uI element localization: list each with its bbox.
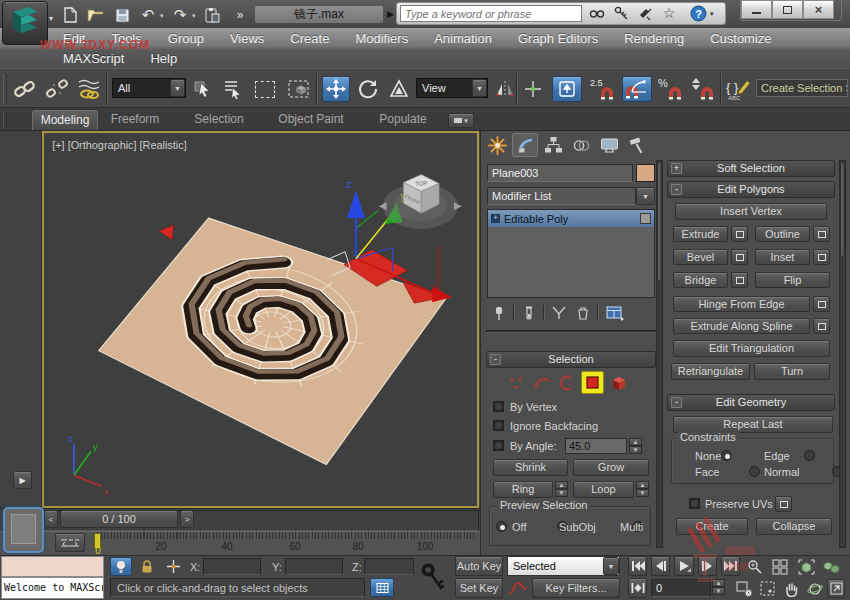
redo-button[interactable]: ↷ bbox=[168, 5, 192, 25]
rollout-selection-header[interactable]: - Selection bbox=[486, 351, 656, 368]
insert-vertex-button[interactable]: Insert Vertex bbox=[675, 203, 827, 220]
by-vertex-checkbox[interactable] bbox=[493, 401, 504, 412]
inset-button[interactable]: Inset bbox=[755, 249, 810, 265]
set-key-button[interactable]: Set Key bbox=[455, 578, 503, 598]
mirror-icon[interactable] bbox=[492, 76, 518, 102]
zoom-all-icon[interactable] bbox=[770, 557, 790, 576]
object-color-swatch[interactable] bbox=[636, 164, 655, 182]
menu-create[interactable]: Create bbox=[277, 31, 342, 46]
modifier-list-dropdown[interactable]: Modifier List bbox=[487, 187, 636, 205]
menu-modifiers[interactable]: Modifiers bbox=[342, 31, 421, 46]
configure-modifier-sets-icon[interactable] bbox=[603, 303, 627, 323]
selection-filter-arrow-icon[interactable]: ▼ bbox=[170, 79, 185, 97]
modifier-stack[interactable]: + Editable Poly bbox=[487, 209, 655, 298]
grow-button[interactable]: Grow bbox=[573, 459, 649, 476]
selection-filter-dropdown[interactable]: All ▼ bbox=[112, 78, 186, 98]
ribbon-tab-selection[interactable]: Selection bbox=[188, 110, 250, 130]
bevel-button[interactable]: Bevel bbox=[673, 249, 728, 265]
show-end-result-icon[interactable] bbox=[519, 303, 539, 323]
search-icon[interactable] bbox=[586, 5, 608, 22]
rollout-edit-geometry-state-icon[interactable]: - bbox=[671, 397, 682, 408]
coordsys-arrow-icon[interactable]: ▼ bbox=[472, 79, 487, 97]
communication-center-icon[interactable] bbox=[634, 5, 656, 22]
current-frame-field[interactable]: 0 bbox=[651, 579, 711, 597]
make-unique-icon[interactable] bbox=[549, 303, 569, 323]
viewcube-top-label[interactable]: TOP bbox=[415, 180, 428, 187]
paste-button[interactable] bbox=[200, 5, 224, 25]
window-crossing-toggle-icon[interactable] bbox=[286, 76, 312, 102]
rollout-selection-state-icon[interactable]: - bbox=[490, 354, 501, 365]
retriangulate-button[interactable]: Retriangulate bbox=[671, 363, 750, 380]
loop-button[interactable]: Loop bbox=[573, 481, 634, 498]
preserve-uvs-checkbox[interactable] bbox=[689, 498, 700, 509]
ribbon-tab-freeform[interactable]: Freeform bbox=[104, 110, 166, 130]
previous-frame-button[interactable] bbox=[651, 556, 670, 576]
edit-named-selection-sets-icon[interactable]: { }ABC bbox=[724, 76, 752, 102]
menu-rendering[interactable]: Rendering bbox=[611, 31, 697, 46]
turn-button[interactable]: Turn bbox=[754, 363, 830, 380]
new-file-button[interactable] bbox=[58, 5, 82, 25]
spinner-snap-icon[interactable] bbox=[690, 76, 718, 102]
snap-25-icon[interactable]: 2.5 bbox=[588, 76, 618, 102]
selection-lock-toggle[interactable] bbox=[136, 557, 158, 576]
adaptive-degradation-toggle[interactable] bbox=[370, 578, 394, 597]
time-slider-next-button[interactable]: > bbox=[180, 510, 194, 528]
orbit-icon[interactable] bbox=[805, 579, 824, 598]
restore-button[interactable] bbox=[772, 0, 803, 19]
ribbon-tab-populate[interactable]: Populate bbox=[372, 110, 434, 130]
viewport-layout-tab[interactable] bbox=[3, 507, 44, 553]
edit-triangulation-button[interactable]: Edit Triangulation bbox=[673, 340, 830, 357]
rollout-edit-geometry-header[interactable]: - Edit Geometry bbox=[667, 394, 835, 411]
percent-snap-icon[interactable]: % bbox=[656, 76, 686, 102]
rollout-edit-polygons-header[interactable]: - Edit Polygons bbox=[667, 181, 835, 198]
select-and-move-button[interactable] bbox=[322, 76, 350, 102]
object-name-field[interactable]: Plane003 bbox=[487, 164, 633, 182]
next-frame-button[interactable] bbox=[698, 556, 717, 576]
modifier-list-arrow-icon[interactable]: ▼ bbox=[636, 187, 655, 205]
title-flyout-icon[interactable]: ▶ bbox=[387, 9, 394, 19]
collapse-button[interactable]: Collapse bbox=[756, 518, 832, 535]
auto-key-button[interactable]: Auto Key bbox=[455, 556, 503, 576]
tab-modify-icon[interactable] bbox=[512, 133, 538, 157]
by-angle-field[interactable]: 45.0 bbox=[565, 438, 627, 454]
unlink-selection-icon[interactable] bbox=[44, 76, 70, 102]
tab-utilities-icon[interactable] bbox=[624, 133, 650, 157]
outline-settings-button[interactable] bbox=[813, 226, 830, 242]
menu-animation[interactable]: Animation bbox=[421, 31, 505, 46]
pin-stack-icon[interactable] bbox=[489, 303, 509, 323]
zoom-region-icon[interactable] bbox=[733, 579, 755, 598]
rectangular-selection-region-icon[interactable] bbox=[252, 76, 278, 102]
menu-graph-editors[interactable]: Graph Editors bbox=[505, 31, 611, 46]
keyboard-shortcut-override-button[interactable] bbox=[552, 76, 582, 102]
bevel-settings-button[interactable] bbox=[731, 249, 748, 265]
menu-views[interactable]: Views bbox=[217, 31, 277, 46]
tab-display-icon[interactable] bbox=[596, 133, 622, 157]
zoom-icon[interactable] bbox=[745, 557, 765, 576]
menu-help[interactable]: Help bbox=[137, 51, 190, 66]
time-slider-prev-button[interactable]: < bbox=[44, 510, 58, 528]
set-key-mode-key-icon[interactable] bbox=[418, 558, 450, 598]
outline-button[interactable]: Outline bbox=[755, 226, 810, 242]
key-mode-toggle-button[interactable] bbox=[628, 578, 647, 598]
key-icon[interactable] bbox=[610, 5, 632, 22]
panel-scrollbar-left[interactable] bbox=[656, 160, 663, 548]
frame-spinner[interactable]: ▲▼ bbox=[712, 579, 725, 595]
inset-settings-button[interactable] bbox=[813, 249, 830, 265]
minimize-button[interactable] bbox=[741, 0, 772, 19]
bind-to-space-warp-icon[interactable] bbox=[76, 76, 102, 102]
zoom-extents-icon[interactable] bbox=[795, 557, 817, 576]
bridge-button[interactable]: Bridge bbox=[673, 272, 728, 288]
menu-maxscript[interactable]: MAXScript bbox=[50, 51, 137, 66]
help-icon[interactable]: ? bbox=[688, 4, 708, 22]
tab-hierarchy-icon[interactable] bbox=[540, 133, 566, 157]
time-slider-handle[interactable]: 0 / 100 bbox=[60, 510, 178, 528]
shrink-button[interactable]: Shrink bbox=[493, 459, 568, 476]
panel-scrollbar-right[interactable] bbox=[839, 160, 846, 548]
default-tangent-icon[interactable] bbox=[507, 578, 529, 598]
loop-spinner[interactable]: ▲▼ bbox=[636, 481, 649, 497]
viewport-layout-flyout-button[interactable]: ▶ bbox=[13, 471, 32, 489]
save-file-button[interactable] bbox=[110, 5, 134, 25]
extrude-button[interactable]: Extrude bbox=[673, 226, 728, 242]
ribbon-tab-modeling[interactable]: Modeling bbox=[32, 110, 98, 130]
rollout-edit-polygons-state-icon[interactable]: - bbox=[671, 184, 682, 195]
